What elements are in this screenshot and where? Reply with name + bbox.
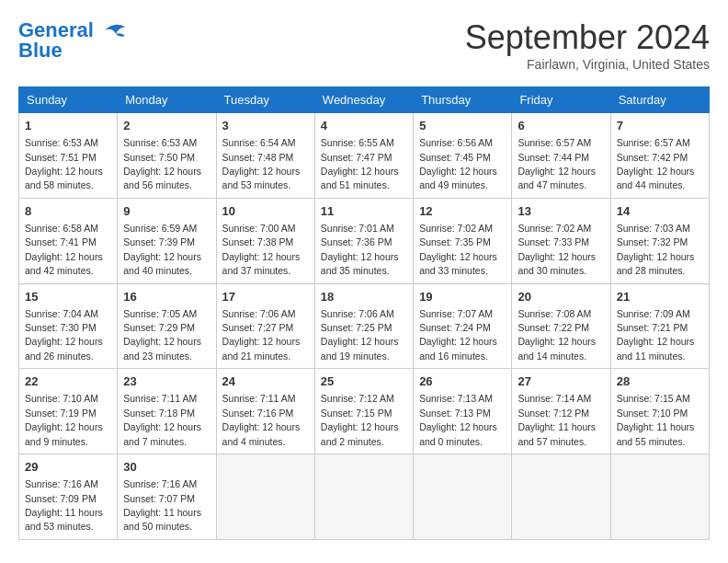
- calendar-day-cell: 3 Sunrise: 6:54 AMSunset: 7:48 PMDayligh…: [216, 113, 314, 199]
- day-info: Sunrise: 6:57 AMSunset: 7:42 PMDaylight:…: [617, 137, 695, 190]
- day-number: 23: [123, 373, 210, 390]
- day-number: 6: [518, 118, 604, 134]
- day-number: 24: [222, 373, 309, 390]
- day-number: 8: [25, 203, 111, 220]
- calendar-day-cell: 13 Sunrise: 7:02 AMSunset: 7:33 PMDaylig…: [512, 198, 610, 283]
- calendar-day-cell: 5 Sunrise: 6:56 AMSunset: 7:45 PMDayligh…: [414, 113, 512, 199]
- calendar-day-cell: 8 Sunrise: 6:58 AMSunset: 7:41 PMDayligh…: [19, 198, 118, 283]
- calendar-day-cell: [314, 454, 413, 540]
- calendar-week-row: 8 Sunrise: 6:58 AMSunset: 7:41 PMDayligh…: [19, 198, 710, 283]
- logo-bird-icon: [97, 19, 131, 41]
- day-number: 2: [123, 118, 210, 134]
- day-info: Sunrise: 7:04 AMSunset: 7:30 PMDaylight:…: [25, 308, 103, 362]
- day-info: Sunrise: 7:11 AMSunset: 7:18 PMDaylight:…: [123, 393, 201, 446]
- day-number: 10: [222, 203, 309, 220]
- calendar-day-cell: 20 Sunrise: 7:08 AMSunset: 7:22 PMDaylig…: [512, 283, 610, 369]
- calendar-day-cell: 18 Sunrise: 7:06 AMSunset: 7:25 PMDaylig…: [314, 283, 413, 369]
- calendar-day-cell: 15 Sunrise: 7:04 AMSunset: 7:30 PMDaylig…: [19, 283, 118, 369]
- day-number: 1: [25, 118, 111, 134]
- calendar-day-cell: [216, 454, 314, 540]
- day-info: Sunrise: 6:53 AMSunset: 7:50 PMDaylight:…: [123, 137, 201, 190]
- calendar-week-row: 22 Sunrise: 7:10 AMSunset: 7:19 PMDaylig…: [19, 369, 710, 454]
- day-info: Sunrise: 7:16 AMSunset: 7:07 PMDaylight:…: [123, 478, 201, 532]
- calendar-day-cell: 11 Sunrise: 7:01 AMSunset: 7:36 PMDaylig…: [314, 198, 413, 283]
- page-header: General Blue September 2024 Fairlawn, Vi…: [18, 18, 710, 72]
- weekday-header: Thursday: [414, 87, 512, 113]
- day-info: Sunrise: 7:07 AMSunset: 7:24 PMDaylight:…: [419, 308, 497, 362]
- day-info: Sunrise: 7:06 AMSunset: 7:27 PMDaylight:…: [222, 308, 301, 362]
- calendar-week-row: 15 Sunrise: 7:04 AMSunset: 7:30 PMDaylig…: [19, 283, 710, 369]
- calendar-day-cell: 23 Sunrise: 7:11 AMSunset: 7:18 PMDaylig…: [118, 369, 216, 454]
- day-info: Sunrise: 7:01 AMSunset: 7:36 PMDaylight:…: [321, 223, 399, 276]
- day-info: Sunrise: 7:09 AMSunset: 7:21 PMDaylight:…: [617, 308, 695, 362]
- day-info: Sunrise: 7:12 AMSunset: 7:15 PMDaylight:…: [321, 393, 399, 446]
- calendar-day-cell: 16 Sunrise: 7:05 AMSunset: 7:29 PMDaylig…: [118, 283, 216, 369]
- day-info: Sunrise: 6:55 AMSunset: 7:47 PMDaylight:…: [321, 137, 399, 190]
- day-number: 21: [617, 289, 703, 305]
- calendar-day-cell: 14 Sunrise: 7:03 AMSunset: 7:32 PMDaylig…: [610, 198, 709, 283]
- day-number: 19: [419, 289, 506, 305]
- weekday-header: Monday: [118, 87, 216, 113]
- day-number: 5: [419, 118, 506, 134]
- calendar-day-cell: 10 Sunrise: 7:00 AMSunset: 7:38 PMDaylig…: [216, 198, 314, 283]
- title-area: September 2024 Fairlawn, Virginia, Unite…: [465, 18, 710, 72]
- day-number: 30: [123, 459, 210, 476]
- day-info: Sunrise: 7:15 AMSunset: 7:10 PMDaylight:…: [617, 393, 695, 446]
- day-number: 16: [123, 289, 210, 305]
- day-info: Sunrise: 7:16 AMSunset: 7:09 PMDaylight:…: [25, 478, 103, 532]
- day-number: 13: [518, 203, 604, 220]
- day-number: 17: [222, 289, 309, 305]
- logo: General Blue: [18, 18, 131, 63]
- calendar-day-cell: 26 Sunrise: 7:13 AMSunset: 7:13 PMDaylig…: [414, 369, 512, 454]
- day-info: Sunrise: 6:58 AMSunset: 7:41 PMDaylight:…: [25, 223, 103, 276]
- calendar-day-cell: 22 Sunrise: 7:10 AMSunset: 7:19 PMDaylig…: [19, 369, 118, 454]
- calendar-day-cell: 19 Sunrise: 7:07 AMSunset: 7:24 PMDaylig…: [414, 283, 512, 369]
- day-info: Sunrise: 7:10 AMSunset: 7:19 PMDaylight:…: [25, 393, 103, 446]
- day-info: Sunrise: 6:56 AMSunset: 7:45 PMDaylight:…: [419, 137, 497, 190]
- day-number: 26: [419, 373, 506, 390]
- day-number: 29: [25, 459, 111, 476]
- calendar-day-cell: [610, 454, 709, 540]
- calendar-day-cell: 29 Sunrise: 7:16 AMSunset: 7:09 PMDaylig…: [19, 454, 118, 540]
- calendar-day-cell: 30 Sunrise: 7:16 AMSunset: 7:07 PMDaylig…: [118, 454, 216, 540]
- day-info: Sunrise: 7:02 AMSunset: 7:35 PMDaylight:…: [419, 223, 497, 276]
- day-number: 22: [25, 373, 111, 390]
- day-info: Sunrise: 7:00 AMSunset: 7:38 PMDaylight:…: [222, 223, 301, 276]
- day-info: Sunrise: 6:53 AMSunset: 7:51 PMDaylight:…: [25, 137, 103, 190]
- day-info: Sunrise: 6:57 AMSunset: 7:44 PMDaylight:…: [518, 137, 596, 190]
- day-info: Sunrise: 7:11 AMSunset: 7:16 PMDaylight:…: [222, 393, 301, 446]
- day-info: Sunrise: 6:54 AMSunset: 7:48 PMDaylight:…: [222, 137, 301, 190]
- day-number: 9: [123, 203, 210, 220]
- location-subtitle: Fairlawn, Virginia, United States: [465, 57, 710, 72]
- calendar-day-cell: 9 Sunrise: 6:59 AMSunset: 7:39 PMDayligh…: [118, 198, 216, 283]
- day-info: Sunrise: 7:14 AMSunset: 7:12 PMDaylight:…: [518, 393, 596, 446]
- calendar-week-row: 1 Sunrise: 6:53 AMSunset: 7:51 PMDayligh…: [19, 113, 710, 199]
- calendar-day-cell: 28 Sunrise: 7:15 AMSunset: 7:10 PMDaylig…: [610, 369, 709, 454]
- day-number: 18: [321, 289, 407, 305]
- calendar-day-cell: [512, 454, 610, 540]
- weekday-header: Sunday: [19, 87, 118, 113]
- calendar-day-cell: 4 Sunrise: 6:55 AMSunset: 7:47 PMDayligh…: [314, 113, 413, 199]
- calendar-day-cell: 1 Sunrise: 6:53 AMSunset: 7:51 PMDayligh…: [19, 113, 118, 199]
- day-number: 28: [617, 373, 703, 390]
- calendar-day-cell: 27 Sunrise: 7:14 AMSunset: 7:12 PMDaylig…: [512, 369, 610, 454]
- calendar-week-row: 29 Sunrise: 7:16 AMSunset: 7:09 PMDaylig…: [19, 454, 710, 540]
- calendar-day-cell: 7 Sunrise: 6:57 AMSunset: 7:42 PMDayligh…: [610, 113, 709, 199]
- day-info: Sunrise: 6:59 AMSunset: 7:39 PMDaylight:…: [123, 223, 201, 276]
- day-number: 14: [617, 203, 703, 220]
- day-number: 15: [25, 289, 111, 305]
- day-info: Sunrise: 7:13 AMSunset: 7:13 PMDaylight:…: [419, 393, 497, 446]
- day-info: Sunrise: 7:03 AMSunset: 7:32 PMDaylight:…: [617, 223, 695, 276]
- day-info: Sunrise: 7:06 AMSunset: 7:25 PMDaylight:…: [321, 308, 399, 362]
- calendar-day-cell: 2 Sunrise: 6:53 AMSunset: 7:50 PMDayligh…: [118, 113, 216, 199]
- day-number: 25: [321, 373, 407, 390]
- weekday-header: Friday: [512, 87, 610, 113]
- weekday-header: Saturday: [610, 87, 709, 113]
- calendar-day-cell: 12 Sunrise: 7:02 AMSunset: 7:35 PMDaylig…: [414, 198, 512, 283]
- calendar-day-cell: 24 Sunrise: 7:11 AMSunset: 7:16 PMDaylig…: [216, 369, 314, 454]
- month-title: September 2024: [465, 18, 710, 57]
- day-info: Sunrise: 7:02 AMSunset: 7:33 PMDaylight:…: [518, 223, 596, 276]
- calendar-day-cell: 17 Sunrise: 7:06 AMSunset: 7:27 PMDaylig…: [216, 283, 314, 369]
- calendar-table: SundayMondayTuesdayWednesdayThursdayFrid…: [18, 86, 710, 540]
- day-number: 20: [518, 289, 604, 305]
